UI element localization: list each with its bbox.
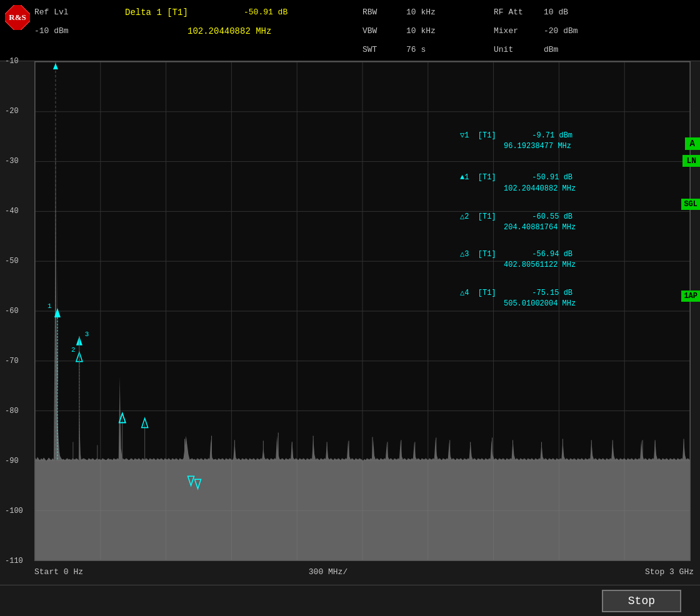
swt-value: 76 s — [406, 45, 426, 54]
ref-lvl-value: -50.91 dB — [244, 7, 288, 17]
marker1-label: ▽1 [T1] -9.71 dBm — [460, 131, 572, 140]
svg-text:1: 1 — [48, 302, 52, 310]
delta-title: Delta 1 [T1] — [125, 7, 188, 17]
mixer-value: -20 dBm — [544, 26, 578, 36]
main-container: R&S Delta 1 [T1] Ref Lvl -50.91 dB -10 d… — [0, 0, 700, 616]
btn-sgl[interactable]: SGL — [681, 199, 700, 210]
marker4-freq: 402.80561122 MHz — [504, 261, 576, 269]
y-label-70: -70 — [5, 357, 19, 365]
stop-button[interactable]: Stop — [602, 590, 681, 612]
unit-label: Unit — [494, 45, 513, 54]
bottom-bar: Stop — [0, 585, 700, 616]
svg-text:R&S: R&S — [9, 12, 26, 22]
chart-area: 1 2 3 — [34, 61, 691, 561]
svg-text:3: 3 — [85, 330, 89, 338]
mixer-label: Mixer — [494, 26, 518, 36]
svg-text:2: 2 — [71, 346, 76, 354]
btn-1ap[interactable]: 1AP — [681, 291, 700, 302]
swt-label: SWT — [362, 45, 377, 54]
x-stop-label: Stop 3 GHz — [645, 567, 694, 577]
marker2-freq: 102.20440882 MHz — [504, 184, 576, 193]
spectrum-svg: 1 2 3 — [35, 62, 690, 560]
x-axis-area: Start 0 Hz 300 MHz/ Stop 3 GHz — [0, 562, 700, 581]
marker4-label: △3 [T1] -56.94 dB — [460, 249, 572, 259]
y-axis: -10 -20 -30 -40 -50 -60 -70 -80 -90 -100… — [0, 61, 34, 561]
y-label-60: -60 — [5, 307, 19, 315]
y-label-90: -90 — [5, 457, 19, 465]
vbw-label: VBW — [362, 26, 377, 36]
marker1-freq: 96.19238477 MHz — [504, 142, 571, 151]
marker5-label: △4 [T1] -75.15 dB — [460, 288, 572, 297]
y-label-20: -20 — [5, 107, 19, 116]
y-label-80: -80 — [5, 407, 19, 415]
marker3-label: △2 [T1] -60.55 dB — [460, 212, 572, 221]
x-mid-label: 300 MHz/ — [309, 567, 348, 577]
vbw-value: 10 kHz — [406, 26, 436, 36]
header: R&S Delta 1 [T1] Ref Lvl -50.91 dB -10 d… — [0, 0, 700, 61]
rbw-label: RBW — [362, 7, 377, 17]
ref-dbm: -10 dBm — [34, 26, 69, 36]
unit-value: dBm — [544, 45, 558, 54]
freq-value: 102.20440882 MHz — [188, 26, 271, 36]
rf-att-label: RF Att — [494, 7, 523, 17]
y-label-50: -50 — [5, 257, 19, 266]
y-label-10: -10 — [5, 57, 19, 66]
marker3-freq: 204.40881764 MHz — [504, 223, 576, 232]
marker5-freq: 505.01002004 MHz — [504, 299, 576, 308]
btn-a[interactable]: A — [685, 137, 700, 150]
ref-lvl-label: Ref Lvl — [34, 7, 69, 17]
logo: R&S — [5, 5, 30, 30]
rf-att-value: 10 dB — [544, 7, 568, 17]
y-label-100: -100 — [5, 507, 23, 515]
rbw-value: 10 kHz — [406, 7, 436, 17]
y-label-40: -40 — [5, 207, 19, 216]
btn-ln[interactable]: LN — [682, 155, 700, 167]
x-start-label: Start 0 Hz — [34, 567, 83, 577]
y-label-30: -30 — [5, 157, 19, 166]
marker2-label: ▲1 [T1] -50.91 dB — [460, 173, 572, 182]
